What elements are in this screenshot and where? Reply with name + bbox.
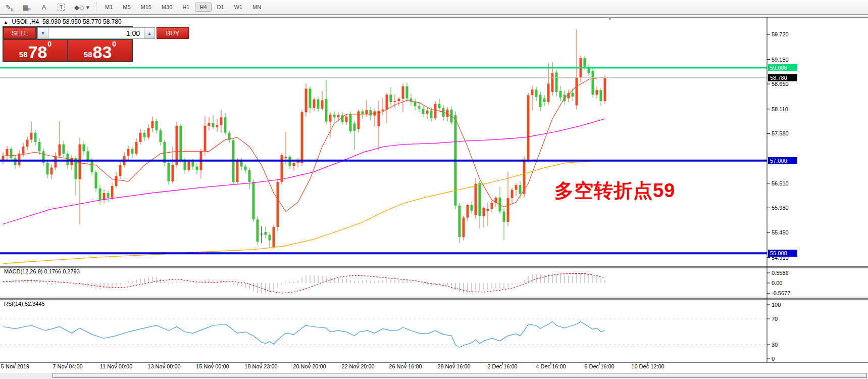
date-label: 10 Dec 12:00: [631, 363, 664, 369]
scrollbar-thumb[interactable]: [53, 373, 867, 378]
date-label: 5 Nov 2019: [1, 363, 29, 369]
text-label-icon[interactable]: A: [36, 2, 52, 13]
timeframe-button-W1[interactable]: W1: [230, 3, 247, 12]
date-label: 11 Nov 00:00: [100, 363, 133, 369]
sell-price-big: 78: [28, 44, 47, 60]
price-tick-label: 55.450: [772, 229, 789, 235]
macd-tick-label: 0.5586: [772, 270, 789, 276]
price-tick-label: 58.110: [772, 106, 788, 112]
date-label: 28 Nov 16:00: [437, 363, 470, 369]
price-tick-label: 59.720: [772, 31, 789, 37]
bar-low: 58.770: [83, 18, 101, 25]
bar-high: 58.950: [63, 18, 81, 25]
sell-price-display[interactable]: 58 78 0: [4, 40, 67, 61]
chart-shift-marker-icon[interactable]: ▼: [607, 16, 612, 21]
horizontal-scrollbar: [0, 373, 868, 379]
timeframe-button-M30[interactable]: M30: [157, 3, 177, 12]
timeframe-button-M1[interactable]: M1: [100, 3, 117, 12]
rsi-tick-label: 30: [772, 342, 778, 348]
price-tag-59.000: 59.000: [768, 64, 797, 71]
volume-stepper: ▼ ▲: [37, 27, 155, 39]
symbol-info-bar[interactable]: ▲ USOil-,H4 58.930 58.950 58.770 58.780: [4, 18, 122, 25]
toolbar-separator: [96, 2, 97, 12]
buy-button[interactable]: BUY: [157, 27, 189, 39]
macd-indicator-label: MACD(12,26,9) 0.1766 0.2793: [4, 268, 80, 274]
grid-icon[interactable]: ▦F: [19, 2, 34, 13]
buy-price-big: 83: [93, 44, 112, 60]
price-tick-label: 55.980: [772, 205, 789, 211]
rsi-tick-label: 100: [772, 302, 781, 308]
buy-price-sup: 0: [112, 40, 116, 48]
buy-price-prefix: 58: [84, 50, 92, 59]
chart-edit-icon[interactable]: ✎E: [2, 2, 17, 13]
date-label: 7 Nov 04:00: [53, 363, 82, 369]
rsi-indicator-label: RSI(14) 52.3445: [4, 301, 45, 307]
volume-increase-button[interactable]: ▲: [144, 27, 155, 39]
objects-icon[interactable]: ◆◇ ▾: [71, 2, 93, 13]
sell-price-sup: 0: [47, 40, 52, 48]
bar-close: 58.780: [103, 18, 122, 25]
text-box-icon[interactable]: T: [54, 2, 69, 13]
timeframe-button-D1[interactable]: D1: [213, 3, 229, 12]
bar-open: 58.930: [42, 18, 61, 25]
rsi-tick-label: 0: [772, 356, 775, 362]
price-tick-label: 58.650: [772, 81, 789, 87]
chart-annotation-text: 多空转折点59: [554, 178, 675, 204]
volume-decrease-button[interactable]: ▼: [37, 27, 48, 39]
price-tick-label: 59.180: [772, 57, 789, 63]
date-label: 26 Nov 16:00: [389, 363, 422, 369]
volume-input[interactable]: [48, 27, 144, 39]
date-label: 15 Nov 00:00: [196, 363, 229, 369]
timeframe-buttons: M1M5M15M30H1H4D1W1MN: [100, 3, 266, 12]
macd-tick-label: -0.5677: [772, 290, 790, 296]
timeframe-button-H4[interactable]: H4: [195, 3, 211, 12]
symbol-name: USOil-,H4: [12, 18, 39, 25]
date-label: 6 Dec 16:00: [584, 363, 614, 369]
price-tick-label: 57.580: [772, 130, 789, 136]
timeframe-button-M15[interactable]: M15: [136, 3, 156, 12]
date-label: 20 Nov 20:00: [293, 363, 326, 369]
one-click-trading-panel: SELL ▼ ▲ BUY 58 78 0 58 83 0: [3, 26, 133, 62]
rsi-tick-label: 70: [772, 316, 778, 322]
price-tag-55.000: 55.000: [768, 250, 797, 257]
toolbar: ✎E ▦F A T ◆◇ ▾ M1M5M15M30H1H4D1W1MN: [0, 0, 868, 15]
terminal-window: ✎E ▦F A T ◆◇ ▾ M1M5M15M30H1H4D1W1MN ▲ US…: [0, 0, 868, 379]
sell-price-prefix: 58: [19, 50, 28, 59]
price-tag-58.780: 58.780: [768, 74, 797, 81]
timeframe-button-H1[interactable]: H1: [178, 3, 194, 12]
collapse-arrow-icon[interactable]: ▲: [4, 20, 8, 25]
date-label: 2 Dec 16:00: [487, 363, 517, 369]
timeframe-button-MN[interactable]: MN: [248, 3, 266, 12]
date-label: 13 Nov 00:00: [147, 363, 180, 369]
buy-price-display[interactable]: 58 83 0: [68, 40, 132, 61]
timeframe-button-M5[interactable]: M5: [118, 3, 135, 12]
price-tag-57.000: 57.000: [768, 157, 797, 164]
date-label: 4 Dec 16:00: [536, 363, 566, 369]
sell-button[interactable]: SELL: [4, 27, 36, 39]
date-label: 22 Nov 20:00: [341, 363, 374, 369]
price-tick-label: 56.510: [772, 180, 789, 186]
macd-tick-label: 0.00: [772, 280, 782, 286]
date-label: 18 Nov 23:00: [244, 363, 277, 369]
